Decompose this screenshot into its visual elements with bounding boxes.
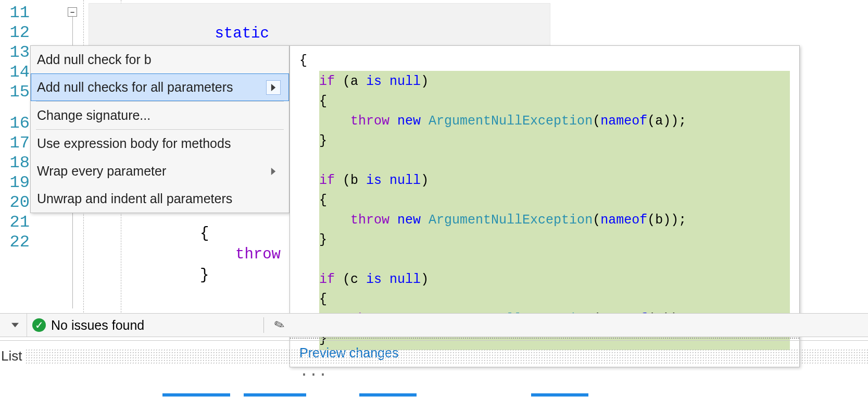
preview-line: if (c is null) [319, 270, 790, 290]
code-line-brace-close[interactable]: } [200, 266, 209, 286]
line-number: 11 [0, 3, 33, 23]
qa-item-expression-body[interactable]: Use expression body for methods [31, 130, 289, 157]
preview-line: if (a is null) [319, 72, 790, 92]
line-number: 22 [0, 232, 33, 252]
status-text: No issues found [51, 318, 144, 333]
active-indicator [531, 393, 588, 396]
cleanup-icon[interactable]: ✎ [272, 316, 287, 333]
active-indicator [244, 393, 306, 396]
fold-toggle-icon[interactable]: − [68, 7, 77, 17]
preview-line: throw new ArgumentNullException(nameof(b… [319, 210, 790, 230]
qa-item-change-signature[interactable]: Change signature... [31, 102, 289, 129]
editor-root: 11 12 13 14 15 16 17 18 19 20 21 22 − st… [0, 0, 868, 397]
preview-line: if (b is null) [319, 171, 790, 191]
separator [263, 317, 264, 333]
qa-item-wrap-every-parameter[interactable]: Wrap every parameter [31, 157, 289, 185]
line-number: 15 [0, 82, 33, 102]
submenu-arrow-icon [266, 164, 281, 179]
quick-actions-menu: Add null check for b Add null checks for… [30, 45, 290, 213]
preview-blank [319, 151, 790, 171]
check-icon: ✓ [32, 318, 46, 332]
preview-line: { [319, 290, 790, 309]
qa-item-add-null-checks-all[interactable]: Add null checks for all parameters [31, 73, 289, 101]
qa-item-label: Add null check for b [37, 52, 152, 67]
active-indicator [359, 393, 417, 396]
line-number: 14 [0, 63, 33, 82]
preview-added-block: if (a is null) { throw new ArgumentNullE… [319, 71, 790, 350]
error-list-panel[interactable]: List [0, 340, 868, 371]
qa-item-label: Change signature... [37, 108, 150, 123]
line-number: 12 [0, 23, 33, 43]
preview-line: } [319, 131, 790, 151]
preview-line-brace: { [299, 51, 790, 71]
preview-blank [319, 250, 790, 270]
preview-line: } [319, 230, 790, 250]
keyword-static: static [215, 25, 269, 42]
line-number: 16 [0, 114, 33, 133]
panel-grip[interactable] [25, 349, 868, 364]
qa-item-add-null-check-b[interactable]: Add null check for b [31, 46, 289, 73]
qa-item-unwrap-indent[interactable]: Unwrap and indent all parameters [31, 185, 289, 213]
qa-item-label: Use expression body for methods [37, 136, 231, 151]
qa-item-label: Add null checks for all parameters [37, 80, 233, 95]
preview-line: { [319, 92, 790, 111]
list-label: List [0, 348, 25, 364]
preview-line: { [319, 191, 790, 210]
line-number: 18 [0, 153, 33, 173]
line-number: 13 [0, 43, 33, 63]
preview-line: throw new ArgumentNullException(nameof(a… [319, 111, 790, 131]
line-number: 19 [0, 173, 33, 193]
status-bar: ✓ No issues found ✎ [0, 313, 868, 337]
line-number: 20 [0, 193, 33, 213]
line-number: 21 [0, 213, 33, 232]
qa-item-label: Unwrap and indent all parameters [37, 191, 232, 206]
active-indicator [162, 393, 230, 396]
line-number-gutter: 11 12 13 14 15 16 17 18 19 20 21 22 [0, 0, 33, 252]
qa-item-label: Wrap every parameter [37, 164, 166, 179]
submenu-arrow-icon[interactable] [266, 80, 281, 95]
status-dropdown-button[interactable] [3, 314, 27, 337]
line-number: 17 [0, 133, 33, 153]
code-line-brace-open[interactable]: { [200, 224, 209, 244]
code-line-throw[interactable]: throw [235, 245, 281, 265]
